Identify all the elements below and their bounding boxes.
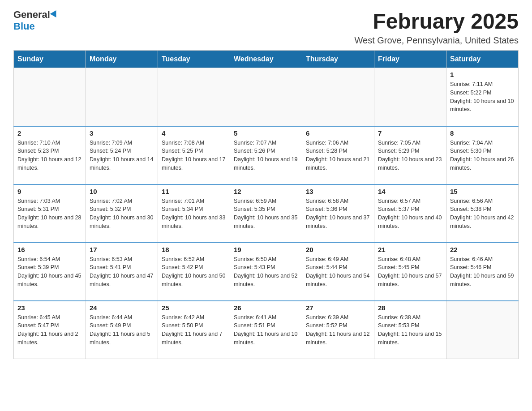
- day-of-week-header: Saturday: [446, 51, 519, 68]
- day-number: 27: [306, 304, 370, 312]
- calendar-day-cell: 16Sunrise: 6:54 AMSunset: 5:39 PMDayligh…: [14, 243, 86, 301]
- title-block: February 2025 West Grove, Pennsylvania, …: [355, 9, 519, 46]
- day-sun-info: Sunrise: 6:38 AMSunset: 5:53 PMDaylight:…: [378, 313, 442, 347]
- logo-blue-text: Blue: [13, 21, 35, 32]
- day-number: 2: [17, 129, 82, 137]
- calendar-week-row: 2Sunrise: 7:10 AMSunset: 5:23 PMDaylight…: [14, 126, 519, 184]
- day-sun-info: Sunrise: 6:48 AMSunset: 5:45 PMDaylight:…: [378, 255, 442, 289]
- day-sun-info: Sunrise: 7:08 AMSunset: 5:25 PMDaylight:…: [162, 139, 226, 172]
- day-sun-info: Sunrise: 7:01 AMSunset: 5:34 PMDaylight:…: [162, 197, 226, 231]
- day-number: 14: [378, 188, 442, 195]
- calendar-day-cell: 24Sunrise: 6:44 AMSunset: 5:49 PMDayligh…: [86, 301, 158, 359]
- day-number: 4: [162, 129, 226, 137]
- calendar-day-cell: 22Sunrise: 6:46 AMSunset: 5:46 PMDayligh…: [446, 243, 519, 301]
- day-sun-info: Sunrise: 6:45 AMSunset: 5:47 PMDaylight:…: [17, 313, 82, 347]
- day-number: 11: [162, 188, 226, 195]
- day-number: 9: [17, 188, 82, 195]
- calendar-day-cell: 2Sunrise: 7:10 AMSunset: 5:23 PMDaylight…: [14, 126, 86, 184]
- calendar-day-cell: [86, 68, 158, 126]
- logo: General Blue: [13, 9, 58, 32]
- calendar-day-cell: 9Sunrise: 7:03 AMSunset: 5:31 PMDaylight…: [14, 184, 86, 243]
- day-number: 7: [378, 129, 442, 137]
- day-sun-info: Sunrise: 6:53 AMSunset: 5:41 PMDaylight:…: [90, 255, 154, 289]
- calendar-day-cell: 20Sunrise: 6:49 AMSunset: 5:44 PMDayligh…: [302, 243, 374, 301]
- day-number: 24: [90, 304, 154, 312]
- day-number: 13: [306, 188, 370, 195]
- calendar-header-row: SundayMondayTuesdayWednesdayThursdayFrid…: [14, 51, 519, 68]
- calendar-day-cell: [302, 68, 374, 126]
- calendar-week-row: 16Sunrise: 6:54 AMSunset: 5:39 PMDayligh…: [14, 243, 519, 301]
- day-sun-info: Sunrise: 7:04 AMSunset: 5:30 PMDaylight:…: [450, 139, 515, 172]
- day-number: 8: [450, 129, 515, 137]
- day-of-week-header: Monday: [86, 51, 158, 68]
- day-sun-info: Sunrise: 6:46 AMSunset: 5:46 PMDaylight:…: [450, 255, 515, 289]
- day-number: 21: [378, 246, 442, 253]
- calendar-day-cell: 8Sunrise: 7:04 AMSunset: 5:30 PMDaylight…: [446, 126, 519, 184]
- day-sun-info: Sunrise: 7:03 AMSunset: 5:31 PMDaylight:…: [17, 197, 82, 231]
- calendar-week-row: 23Sunrise: 6:45 AMSunset: 5:47 PMDayligh…: [14, 301, 519, 359]
- calendar-day-cell: 5Sunrise: 7:07 AMSunset: 5:26 PMDaylight…: [230, 126, 302, 184]
- calendar-day-cell: [14, 68, 86, 126]
- day-number: 26: [234, 304, 298, 312]
- day-sun-info: Sunrise: 6:54 AMSunset: 5:39 PMDaylight:…: [17, 255, 82, 289]
- day-number: 23: [17, 304, 82, 312]
- calendar-day-cell: 28Sunrise: 6:38 AMSunset: 5:53 PMDayligh…: [374, 301, 446, 359]
- calendar-day-cell: 1Sunrise: 7:11 AMSunset: 5:22 PMDaylight…: [446, 68, 519, 126]
- day-sun-info: Sunrise: 6:39 AMSunset: 5:52 PMDaylight:…: [306, 313, 370, 347]
- day-of-week-header: Friday: [374, 51, 446, 68]
- calendar-day-cell: 26Sunrise: 6:41 AMSunset: 5:51 PMDayligh…: [230, 301, 302, 359]
- day-sun-info: Sunrise: 7:07 AMSunset: 5:26 PMDaylight:…: [234, 139, 298, 172]
- calendar-day-cell: 27Sunrise: 6:39 AMSunset: 5:52 PMDayligh…: [302, 301, 374, 359]
- day-number: 15: [450, 188, 515, 195]
- day-of-week-header: Tuesday: [158, 51, 230, 68]
- day-sun-info: Sunrise: 7:02 AMSunset: 5:32 PMDaylight:…: [90, 197, 154, 231]
- calendar-subtitle: West Grove, Pennsylvania, United States: [355, 35, 519, 46]
- day-sun-info: Sunrise: 6:58 AMSunset: 5:36 PMDaylight:…: [306, 197, 370, 231]
- calendar-day-cell: 18Sunrise: 6:52 AMSunset: 5:42 PMDayligh…: [158, 243, 230, 301]
- day-of-week-header: Thursday: [302, 51, 374, 68]
- calendar-day-cell: 10Sunrise: 7:02 AMSunset: 5:32 PMDayligh…: [86, 184, 158, 243]
- calendar-week-row: 1Sunrise: 7:11 AMSunset: 5:22 PMDaylight…: [14, 68, 519, 126]
- calendar-day-cell: [374, 68, 446, 126]
- calendar-day-cell: 25Sunrise: 6:42 AMSunset: 5:50 PMDayligh…: [158, 301, 230, 359]
- calendar-day-cell: 6Sunrise: 7:06 AMSunset: 5:28 PMDaylight…: [302, 126, 374, 184]
- day-number: 19: [234, 246, 298, 253]
- calendar-day-cell: [446, 301, 519, 359]
- day-sun-info: Sunrise: 7:06 AMSunset: 5:28 PMDaylight:…: [306, 139, 370, 172]
- day-number: 28: [378, 304, 442, 312]
- day-number: 5: [234, 129, 298, 137]
- day-sun-info: Sunrise: 7:10 AMSunset: 5:23 PMDaylight:…: [17, 139, 82, 172]
- day-number: 17: [90, 246, 154, 253]
- day-number: 3: [90, 129, 154, 137]
- day-sun-info: Sunrise: 6:50 AMSunset: 5:43 PMDaylight:…: [234, 255, 298, 289]
- day-number: 12: [234, 188, 298, 195]
- day-of-week-header: Sunday: [14, 51, 86, 68]
- calendar-day-cell: 23Sunrise: 6:45 AMSunset: 5:47 PMDayligh…: [14, 301, 86, 359]
- day-number: 6: [306, 129, 370, 137]
- calendar-day-cell: 13Sunrise: 6:58 AMSunset: 5:36 PMDayligh…: [302, 184, 374, 243]
- day-sun-info: Sunrise: 6:57 AMSunset: 5:37 PMDaylight:…: [378, 197, 442, 231]
- calendar-day-cell: 4Sunrise: 7:08 AMSunset: 5:25 PMDaylight…: [158, 126, 230, 184]
- day-sun-info: Sunrise: 6:59 AMSunset: 5:35 PMDaylight:…: [234, 197, 298, 231]
- calendar-day-cell: 21Sunrise: 6:48 AMSunset: 5:45 PMDayligh…: [374, 243, 446, 301]
- day-of-week-header: Wednesday: [230, 51, 302, 68]
- calendar-day-cell: 15Sunrise: 6:56 AMSunset: 5:38 PMDayligh…: [446, 184, 519, 243]
- day-sun-info: Sunrise: 7:11 AMSunset: 5:22 PMDaylight:…: [450, 80, 515, 114]
- day-sun-info: Sunrise: 6:56 AMSunset: 5:38 PMDaylight:…: [450, 197, 515, 231]
- calendar-day-cell: 19Sunrise: 6:50 AMSunset: 5:43 PMDayligh…: [230, 243, 302, 301]
- day-number: 10: [90, 188, 154, 195]
- day-sun-info: Sunrise: 6:52 AMSunset: 5:42 PMDaylight:…: [162, 255, 226, 289]
- calendar-day-cell: [230, 68, 302, 126]
- calendar-week-row: 9Sunrise: 7:03 AMSunset: 5:31 PMDaylight…: [14, 184, 519, 243]
- page-header: General Blue February 2025 West Grove, P…: [13, 9, 519, 46]
- calendar-day-cell: 11Sunrise: 7:01 AMSunset: 5:34 PMDayligh…: [158, 184, 230, 243]
- calendar-day-cell: 7Sunrise: 7:05 AMSunset: 5:29 PMDaylight…: [374, 126, 446, 184]
- day-number: 25: [162, 304, 226, 312]
- day-number: 22: [450, 246, 515, 253]
- day-number: 16: [17, 246, 82, 253]
- day-number: 18: [162, 246, 226, 253]
- day-number: 1: [450, 71, 515, 78]
- day-sun-info: Sunrise: 6:44 AMSunset: 5:49 PMDaylight:…: [90, 313, 154, 347]
- day-sun-info: Sunrise: 6:41 AMSunset: 5:51 PMDaylight:…: [234, 313, 298, 347]
- day-sun-info: Sunrise: 7:05 AMSunset: 5:29 PMDaylight:…: [378, 139, 442, 172]
